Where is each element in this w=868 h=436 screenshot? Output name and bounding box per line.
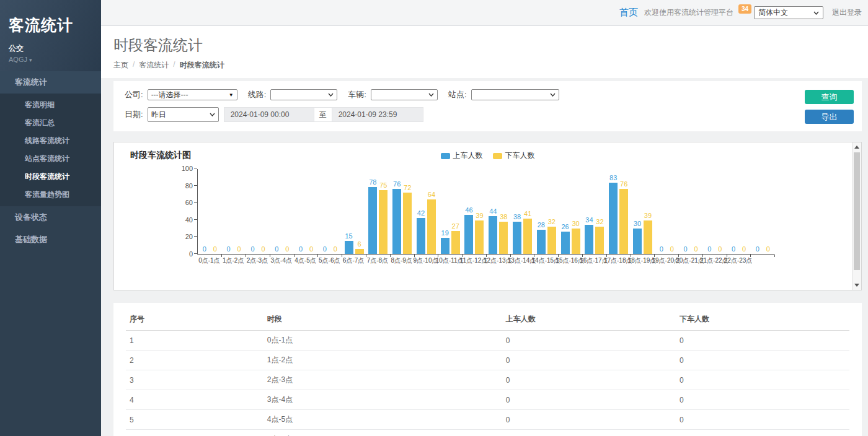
table-cell: 0 [676, 351, 849, 370]
chevron-down-icon [813, 11, 819, 15]
y-axis-label: 0 [189, 250, 193, 258]
table-cell: 2点-3点 [264, 370, 502, 390]
bar [379, 190, 388, 255]
bar-column: 30 [572, 169, 580, 254]
x-axis-label: 9点-10点 [413, 256, 438, 264]
query-button[interactable]: 查询 [805, 90, 854, 104]
sidebar: 客流统计 公交 AQGJ ▾ 客流统计 客流明细客流汇总线路客流统计站点客流统计… [0, 0, 101, 436]
bar [441, 238, 450, 254]
company-select[interactable]: ---请选择--- ▼ [148, 89, 237, 100]
breadcrumb: 主页/客流统计/时段客流统计 [113, 60, 868, 71]
breadcrumb-item[interactable]: 主页 [113, 60, 128, 71]
sidebar-subitem-3[interactable]: 站点客流统计 [0, 150, 101, 168]
bar-value: 46 [465, 206, 472, 215]
bar-value: 0 [707, 245, 711, 254]
sidebar-subitem-2[interactable]: 线路客流统计 [0, 132, 101, 150]
user-name: AQGJ [9, 56, 27, 63]
bar-group: 4264 [414, 169, 438, 254]
scroll-thumb[interactable] [854, 152, 860, 270]
bar-value: 44 [489, 207, 497, 216]
sidebar-subitem-5[interactable]: 客流量趋势图 [0, 186, 101, 204]
bar-column: 0 [307, 169, 316, 254]
bar-group: 00 [222, 169, 246, 254]
x-axis-label-cell: 1点-2点 [221, 256, 246, 264]
bar-group: 156 [342, 169, 366, 254]
x-axis-label-cell: 10点-11点 [438, 256, 462, 264]
page-header: 时段客流统计 主页/客流统计/时段客流统计 [101, 26, 868, 78]
bar-column: 0 [764, 169, 773, 254]
scroll-up-icon[interactable] [852, 142, 861, 152]
x-axis-label-cell: 8点-9点 [389, 256, 414, 264]
bar-column: 0 [211, 169, 219, 254]
y-axis-tick [194, 253, 197, 254]
sidebar-subitem-0[interactable]: 客流明细 [0, 96, 101, 114]
chevron-down-icon [328, 93, 334, 97]
bar-group: 4639 [463, 169, 487, 254]
user-dropdown[interactable]: AQGJ ▾ [9, 56, 92, 63]
bar-column: 0 [235, 169, 244, 254]
bar-value: 39 [476, 212, 483, 220]
language-select[interactable]: 简体中文 [754, 6, 823, 19]
table-header-row: 序号时段上车人数下车人数 [126, 310, 849, 331]
legend-item[interactable]: 下车人数 [493, 150, 535, 161]
bar-column: 0 [753, 169, 762, 254]
x-axis-label-cell: 19点-20点 [654, 256, 678, 264]
legend-item[interactable]: 上车人数 [441, 150, 483, 161]
bar-group: 00 [751, 169, 775, 254]
table-header-cell: 序号 [126, 310, 264, 331]
chart-scrollbar[interactable] [852, 142, 861, 290]
logout-link[interactable]: 退出登录 [832, 7, 862, 18]
sidebar-subitem-1[interactable]: 客流汇总 [0, 114, 101, 132]
vehicle-select[interactable] [371, 89, 438, 100]
bar-column: 19 [441, 169, 450, 254]
bar-column: 6 [355, 169, 364, 254]
bar-value: 0 [261, 245, 265, 254]
dropdown-arrow-icon: ▼ [229, 92, 234, 98]
date-preset-select[interactable]: 昨日 [148, 107, 219, 122]
bar-column: 30 [633, 169, 642, 254]
table-cell: 4 [126, 390, 264, 410]
bar-group: 00 [246, 169, 270, 254]
sidebar-nav: 客流统计 客流明细客流汇总线路客流统计站点客流统计时段客流统计客流量趋势图 设备… [0, 71, 101, 251]
bar-value: 30 [634, 220, 641, 229]
bar [345, 241, 353, 254]
bar-group: 00 [679, 169, 703, 254]
bar [417, 218, 425, 254]
x-axis-label-cell: 17点-18点 [606, 256, 630, 264]
y-axis-tick [194, 185, 197, 186]
date-to-input[interactable]: 2024-01-09 23:59 [332, 107, 423, 122]
y-axis-label: 100 [182, 165, 193, 172]
x-axis-label-cell: 13点-14点 [510, 256, 534, 264]
bar-column: 46 [464, 169, 473, 254]
x-axis-label-cell: 21点-22点 [702, 256, 726, 264]
bar-group: 8376 [606, 169, 631, 254]
home-link[interactable]: 首页 [619, 7, 638, 19]
bar-column: 39 [475, 169, 484, 254]
sidebar-subitem-4[interactable]: 时段客流统计 [0, 168, 101, 186]
sidebar-item-other-1[interactable]: 基础数据 [0, 229, 101, 251]
notification-badge[interactable]: 34 [738, 4, 751, 14]
sidebar-item-passenger-stats[interactable]: 客流统计 [0, 71, 101, 94]
legend-swatch-icon [441, 153, 450, 159]
date-from-input[interactable]: 2024-01-09 00:00 [224, 107, 314, 122]
scroll-down-icon[interactable] [852, 281, 861, 290]
bar-value: 32 [596, 218, 603, 227]
line-label: 线路: [248, 89, 267, 100]
breadcrumb-item[interactable]: 客流统计 [139, 60, 169, 71]
bar-column: 27 [451, 169, 460, 254]
sidebar-item-other-0[interactable]: 设备状态 [0, 206, 101, 229]
bar-value: 0 [756, 245, 760, 254]
bar-column: 0 [224, 169, 233, 254]
chart-title: 时段车流统计图 [130, 150, 191, 160]
chart-area: 0204060801000000000000001567875767242641… [114, 169, 861, 264]
bar-group: 00 [198, 169, 222, 254]
table-cell: 0 [502, 351, 676, 370]
bar [513, 222, 521, 254]
bar-value: 34 [585, 216, 593, 225]
export-button[interactable]: 导出 [805, 110, 854, 124]
station-select[interactable] [471, 89, 559, 100]
line-select[interactable] [270, 89, 337, 100]
bar-column: 75 [379, 169, 388, 254]
table-row: 32点-3点00 [126, 370, 849, 390]
bar-column: 39 [644, 169, 652, 254]
